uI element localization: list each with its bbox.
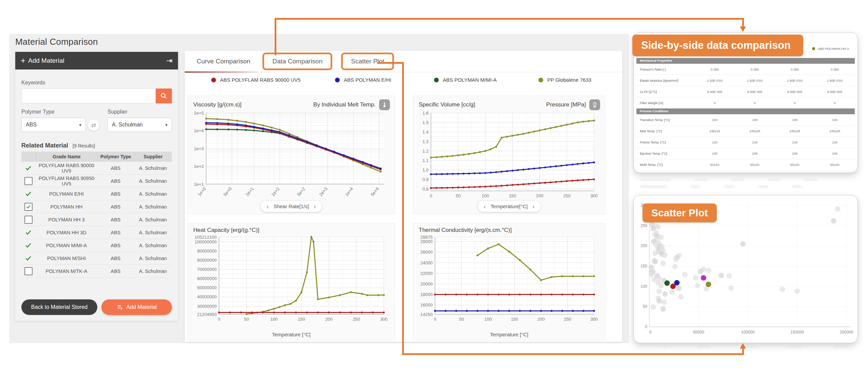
data-point: [288, 133, 290, 135]
material-row[interactable]: POLYFLAM RABS 90950 UV5ABSA. Schulman: [21, 175, 172, 187]
property-value: 0: [695, 101, 735, 105]
property-label: Transition Temp. [°C]: [636, 118, 695, 122]
property-value: 2.20E+010: [695, 79, 735, 82]
data-point: [506, 136, 508, 138]
gray-data-point: [656, 289, 662, 294]
keywords-input[interactable]: [21, 88, 156, 103]
checkbox[interactable]: [24, 177, 33, 185]
checkbox[interactable]: [24, 216, 33, 224]
tab-curve-comparison[interactable]: Curve Comparison: [193, 58, 254, 65]
col-grade-name: Grade Name: [36, 152, 97, 162]
highlight-data-point[interactable]: [674, 280, 679, 285]
data-point: [577, 121, 579, 123]
legend-item[interactable]: ABS POLYMAN E/HI: [335, 77, 391, 83]
pressure-gauge-icon: [591, 101, 598, 108]
highlight-data-point[interactable]: [701, 275, 706, 281]
swap-filters-button[interactable]: ⇄: [87, 119, 100, 131]
data-point: [490, 185, 492, 187]
gray-data-point: [676, 286, 682, 291]
check-icon[interactable]: [25, 190, 32, 198]
supplier-select[interactable]: A. Schulman ▾: [107, 118, 172, 132]
data-point: [383, 294, 385, 296]
x-axis-pill[interactable]: ‹ Shear Rate[1/s] ›: [261, 201, 322, 212]
x-tick-label: 150: [511, 317, 518, 322]
material-row[interactable]: POLYMAN HH 3DABSA. Schulman: [21, 226, 172, 239]
material-row[interactable]: POLYMAN HH 3ABSA. Schulman: [21, 213, 172, 226]
material-row[interactable]: POLYMAN M/TK-AABSA. Schulman: [21, 265, 172, 278]
y-tick-label: 1.1: [422, 158, 429, 163]
add-material-button[interactable]: Add Material: [101, 299, 172, 315]
material-row[interactable]: POLYMAN M/SHIABSA. Schulman: [21, 252, 172, 265]
check-icon[interactable]: [25, 164, 32, 172]
data-point: [517, 169, 519, 171]
data-point: [550, 181, 552, 183]
x-tick-label: 250: [353, 317, 360, 322]
material-row[interactable]: POLYFLAM RABS 90000 UV5ABSA. Schulman: [21, 162, 172, 175]
data-point: [530, 294, 532, 296]
data-point: [501, 171, 503, 173]
polymer-type-select[interactable]: ABS ▾: [21, 118, 86, 132]
data-point: [593, 294, 595, 296]
material-row[interactable]: POLYMAN E/HIABSA. Schulman: [21, 187, 172, 200]
data-point: [228, 122, 230, 124]
legend-item[interactable]: PP Globalene 7633: [538, 77, 591, 83]
search-button[interactable]: [156, 88, 172, 103]
y-tick-label: 105212100: [195, 235, 217, 240]
material-row[interactable]: POLYMAN M/MI-AABSA. Schulman: [21, 239, 172, 252]
chevron-left-icon[interactable]: ‹: [484, 204, 486, 209]
data-point: [555, 165, 557, 167]
legend-item[interactable]: ABS POLYFLAM RABS 90000 UV5: [211, 77, 300, 83]
highlight-data-point[interactable]: [706, 282, 711, 287]
data-point: [370, 164, 372, 166]
material-type: ABS: [97, 243, 134, 248]
melt-temp-button[interactable]: [379, 99, 390, 110]
x-axis-pill[interactable]: ‹ Temperature[°C] ›: [477, 201, 540, 212]
property-value: 109: [775, 118, 815, 122]
y-tick-label: 1e+3: [194, 146, 204, 151]
data-point: [457, 173, 459, 175]
data-point: [205, 118, 207, 120]
add-material-header[interactable]: + Add Material ⇥: [15, 52, 178, 70]
chevron-left-icon[interactable]: ‹: [267, 204, 269, 209]
data-point: [435, 173, 437, 175]
checkbox[interactable]: [24, 267, 33, 275]
material-type: ABS: [97, 256, 134, 261]
collapse-panel-icon[interactable]: ⇥: [166, 56, 173, 65]
property-label: Filler Weight [%]: [636, 101, 695, 105]
data-point: [571, 123, 573, 125]
material-type: ABS: [97, 165, 134, 171]
data-point: [216, 118, 218, 120]
tab-data-comparison[interactable]: Data Comparison: [272, 58, 322, 65]
data-point: [245, 121, 247, 123]
data-point: [550, 127, 552, 129]
gray-data-point: [693, 275, 698, 281]
gray-data-point: [649, 272, 654, 277]
data-point: [361, 312, 363, 314]
checkbox[interactable]: [24, 203, 33, 211]
highlight-data-point[interactable]: [664, 280, 670, 286]
data-point: [452, 173, 454, 175]
data-point: [571, 164, 573, 166]
data-point: [593, 275, 595, 277]
material-type: ABS: [97, 191, 134, 197]
y-tick-label: 1.5: [422, 120, 429, 125]
x-tick-label: 200000: [840, 330, 853, 335]
chevron-right-icon[interactable]: ›: [314, 204, 316, 209]
material-row[interactable]: POLYMAN HHABSA. Schulman: [21, 200, 172, 213]
x-tick-label: 0: [649, 330, 652, 335]
data-point: [245, 129, 247, 131]
back-to-material-stored-button[interactable]: Back to Material Stored: [21, 299, 97, 315]
chevron-right-icon[interactable]: ›: [532, 204, 534, 209]
check-icon[interactable]: [25, 229, 32, 236]
pressure-button[interactable]: [589, 99, 600, 110]
check-icon[interactable]: [25, 255, 32, 262]
legend-item[interactable]: ABS POLYMAN M/MI-A: [434, 77, 497, 83]
data-point: [245, 124, 247, 126]
reflected-tick-label: 0: [663, 344, 666, 349]
material-grade: POLYMAN M/SHI: [36, 256, 97, 261]
material-comparison-app: Material Comparison + Add Material ⇥ Key…: [9, 34, 629, 343]
legend-label: ABS POLYMAN E/HI: [344, 77, 391, 83]
check-icon: [26, 204, 31, 210]
check-icon[interactable]: [25, 242, 32, 249]
data-point: [517, 134, 519, 136]
